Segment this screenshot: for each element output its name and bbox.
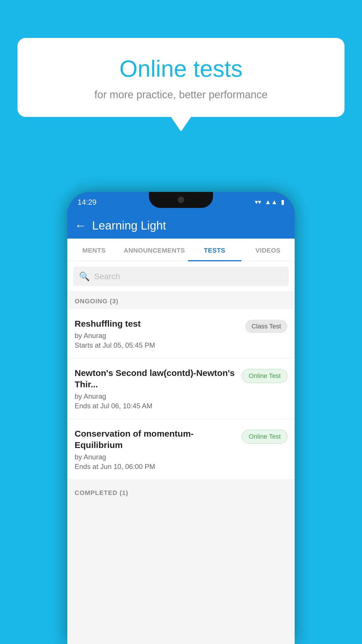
test-author-3: by Anurag xyxy=(75,453,236,461)
speech-bubble-subtitle: for more practice, better performance xyxy=(32,89,330,101)
app-title: Learning Light xyxy=(92,219,166,232)
phone-content: 🔍 Search ONGOING (3) Reshuffling test by… xyxy=(67,261,295,644)
tabs-bar: MENTS ANNOUNCEMENTS TESTS VIDEOS xyxy=(67,239,295,261)
test-name-2: Newton's Second law(contd)-Newton's Thir… xyxy=(75,367,236,390)
test-name-1: Reshuffling test xyxy=(75,318,239,329)
completed-section-header: COMPLETED (1) xyxy=(67,483,295,501)
tab-videos[interactable]: VIDEOS xyxy=(241,239,295,261)
test-item[interactable]: Conservation of momentum-Equilibrium by … xyxy=(67,419,295,480)
search-icon: 🔍 xyxy=(79,271,90,281)
test-date-1: Starts at Jul 05, 05:45 PM xyxy=(75,341,239,349)
status-icons: ▾▾ ▲▲ ▮ xyxy=(255,198,284,206)
phone-frame: 14:29 ▾▾ ▲▲ ▮ ← Learning Light MENTS ANN… xyxy=(67,192,295,644)
app-bar: ← Learning Light xyxy=(67,212,295,239)
search-bar[interactable]: 🔍 Search xyxy=(73,267,289,286)
phone-notch xyxy=(149,192,213,208)
back-button[interactable]: ← xyxy=(75,219,86,232)
speech-bubble-title: Online tests xyxy=(32,55,330,82)
speech-bubble: Online tests for more practice, better p… xyxy=(17,38,345,117)
signal-icon: ▲▲ xyxy=(265,198,277,206)
test-date-3: Ends at Jun 10, 06:00 PM xyxy=(75,463,236,471)
test-author-2: by Anurag xyxy=(75,392,236,400)
tab-tests[interactable]: TESTS xyxy=(188,239,241,261)
ongoing-section-header: ONGOING (3) xyxy=(67,292,295,309)
test-list: Reshuffling test by Anurag Starts at Jul… xyxy=(67,309,295,480)
speech-bubble-container: Online tests for more practice, better p… xyxy=(17,38,345,117)
camera-dot xyxy=(178,197,184,203)
tab-announcements[interactable]: ANNOUNCEMENTS xyxy=(121,239,188,261)
test-badge-3: Online Test xyxy=(242,430,287,444)
test-badge-2: Online Test xyxy=(242,369,287,383)
battery-icon: ▮ xyxy=(281,198,284,206)
test-badge-1: Class Test xyxy=(245,320,287,333)
test-item[interactable]: Newton's Second law(contd)-Newton's Thir… xyxy=(67,358,295,419)
tab-ments[interactable]: MENTS xyxy=(67,239,121,261)
search-container: 🔍 Search xyxy=(67,261,295,292)
wifi-icon: ▾▾ xyxy=(255,198,261,206)
test-author-1: by Anurag xyxy=(75,332,239,340)
test-info-1: Reshuffling test by Anurag Starts at Jul… xyxy=(75,318,239,349)
test-item[interactable]: Reshuffling test by Anurag Starts at Jul… xyxy=(67,309,295,358)
test-info-3: Conservation of momentum-Equilibrium by … xyxy=(75,428,236,471)
test-date-2: Ends at Jul 06, 10:45 AM xyxy=(75,402,236,410)
test-info-2: Newton's Second law(contd)-Newton's Thir… xyxy=(75,367,236,410)
search-placeholder: Search xyxy=(94,272,120,281)
status-time: 14:29 xyxy=(78,198,96,207)
test-name-3: Conservation of momentum-Equilibrium xyxy=(75,428,236,451)
